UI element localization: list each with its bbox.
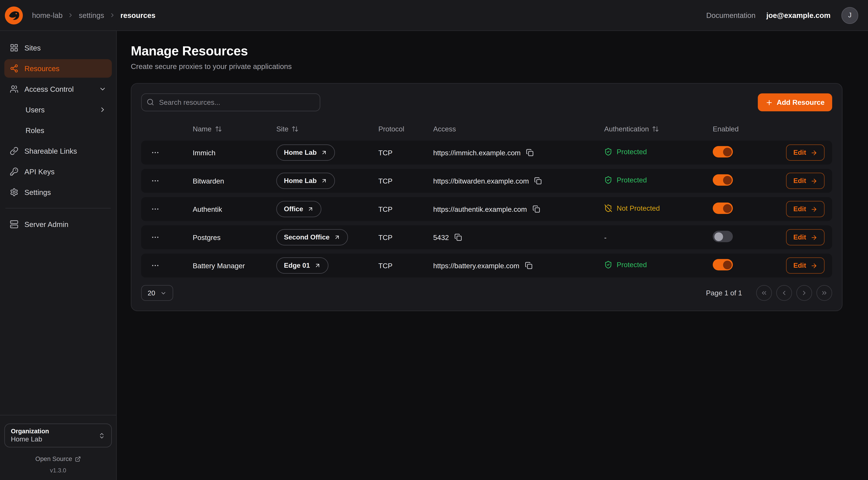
prev-page-button[interactable]: [776, 285, 792, 301]
sidebar-item-sites[interactable]: Sites: [4, 38, 112, 57]
copy-button[interactable]: [532, 205, 540, 213]
sidebar-item-label: Resources: [24, 64, 60, 72]
enabled-toggle[interactable]: [713, 203, 733, 214]
edit-button[interactable]: Edit: [786, 229, 825, 245]
shield-check-icon: [604, 261, 612, 269]
arrow-right-icon: [810, 206, 817, 213]
copy-icon: [454, 234, 462, 241]
enabled-toggle[interactable]: [713, 259, 733, 270]
chevron-right-icon: [99, 106, 106, 114]
row-menu-button[interactable]: [150, 147, 161, 158]
access-value: https://authentik.example.com: [433, 205, 527, 213]
breadcrumb-org[interactable]: home-lab: [32, 11, 63, 19]
edit-button[interactable]: Edit: [786, 258, 825, 274]
page-size-value: 20: [148, 289, 155, 297]
sort-icon[interactable]: [215, 125, 222, 132]
chevron-left-icon: [781, 290, 788, 297]
open-source-link[interactable]: Open Source: [4, 456, 112, 462]
user-avatar[interactable]: J: [841, 7, 858, 24]
protocol-value: TCP: [378, 262, 433, 270]
auth-badge: Protected: [604, 176, 647, 184]
row-menu-button[interactable]: [150, 260, 161, 271]
header-access: Access: [433, 125, 456, 133]
chevron-down-icon: [160, 290, 167, 296]
row-menu-button[interactable]: [150, 232, 161, 243]
enabled-toggle[interactable]: [713, 231, 733, 242]
add-resource-button[interactable]: Add Resource: [758, 93, 832, 111]
site-link-button[interactable]: Home Lab: [276, 173, 335, 189]
site-link-button[interactable]: Edge 01: [276, 258, 329, 274]
access-value: 5432: [433, 233, 449, 241]
copy-button[interactable]: [534, 177, 542, 185]
edit-button[interactable]: Edit: [786, 144, 825, 161]
organization-selector[interactable]: Organization Home Lab: [4, 423, 112, 447]
resources-card: Add Resource Name Site Protocol Access A…: [131, 83, 842, 311]
sidebar-item-server-admin[interactable]: Server Admin: [4, 215, 112, 234]
gear-icon: [10, 188, 19, 197]
sidebar-item-label: Server Admin: [24, 220, 68, 229]
ellipsis-icon: [151, 233, 160, 242]
enabled-toggle[interactable]: [713, 174, 733, 186]
row-menu-button[interactable]: [150, 175, 161, 186]
table-row: Bitwarden Home Lab TCP https://bitwarden…: [141, 169, 832, 193]
search-box: [141, 93, 320, 111]
edit-button-label: Edit: [793, 234, 806, 241]
resource-name: Postgres: [193, 233, 276, 241]
shield-off-icon: [604, 204, 612, 212]
search-input[interactable]: [141, 93, 320, 111]
copy-button[interactable]: [454, 234, 462, 241]
copy-icon: [525, 262, 532, 269]
organization-label: Organization: [11, 428, 49, 434]
page-size-select[interactable]: 20: [141, 285, 173, 301]
edit-button[interactable]: Edit: [786, 173, 825, 189]
copy-button[interactable]: [526, 149, 534, 156]
site-link-button[interactable]: Home Lab: [276, 144, 335, 161]
auth-status-label: Protected: [617, 176, 647, 184]
edit-button-label: Edit: [793, 149, 806, 156]
arrow-up-right-icon: [321, 178, 328, 184]
app-logo-icon[interactable]: [4, 6, 23, 25]
breadcrumb-settings[interactable]: settings: [79, 11, 104, 19]
sidebar-item-label: Settings: [24, 188, 51, 197]
arrow-right-icon: [810, 149, 817, 156]
row-menu-button[interactable]: [150, 204, 161, 214]
shield-check-icon: [604, 148, 612, 156]
first-page-button[interactable]: [756, 285, 772, 301]
arrow-up-right-icon: [307, 206, 314, 212]
arrow-up-right-icon: [314, 262, 321, 269]
copy-icon: [532, 205, 540, 213]
protocol-value: TCP: [378, 177, 433, 185]
site-link-button[interactable]: Second Office: [276, 229, 348, 245]
external-link-icon: [75, 456, 81, 462]
sidebar-item-resources[interactable]: Resources: [4, 59, 112, 78]
next-page-button[interactable]: [796, 285, 812, 301]
sidebar-item-access-control[interactable]: Access Control: [4, 80, 112, 98]
sort-icon[interactable]: [652, 125, 659, 132]
table-row: Immich Home Lab TCP https://immich.examp…: [141, 141, 832, 164]
documentation-link[interactable]: Documentation: [706, 11, 755, 19]
header-enabled: Enabled: [713, 125, 739, 133]
sidebar-item-shareable-links[interactable]: Shareable Links: [4, 142, 112, 160]
organization-name: Home Lab: [11, 436, 49, 443]
arrow-up-right-icon: [334, 234, 340, 241]
sidebar-item-api-keys[interactable]: API Keys: [4, 162, 112, 181]
sidebar-item-label: Roles: [26, 126, 44, 134]
copy-button[interactable]: [525, 262, 532, 269]
site-name: Edge 01: [284, 262, 310, 269]
edit-button[interactable]: Edit: [786, 201, 825, 217]
sidebar-item-roles[interactable]: Roles: [4, 121, 112, 140]
site-link-button[interactable]: Office: [276, 201, 321, 217]
auth-status-label: Protected: [617, 261, 647, 269]
last-page-button[interactable]: [816, 285, 832, 301]
sidebar-item-users[interactable]: Users: [4, 100, 112, 119]
sidebar: Sites Resources Access Control Users Rol…: [0, 31, 117, 480]
site-name: Second Office: [284, 234, 330, 241]
copy-icon: [526, 149, 534, 156]
sort-icon[interactable]: [292, 125, 299, 132]
edit-button-label: Edit: [793, 177, 806, 185]
site-name: Home Lab: [284, 149, 317, 156]
enabled-toggle[interactable]: [713, 146, 733, 157]
link-icon: [10, 147, 19, 155]
server-icon: [10, 220, 19, 229]
sidebar-item-settings[interactable]: Settings: [4, 183, 112, 202]
